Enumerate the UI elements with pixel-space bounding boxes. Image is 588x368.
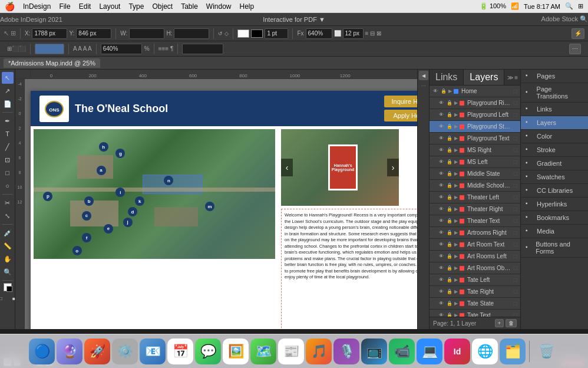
- layer-options-icon[interactable]: ⬚: [513, 242, 518, 247]
- layer-options-icon[interactable]: ⬚: [513, 136, 518, 141]
- search-icon[interactable]: 🔍: [565, 2, 573, 10]
- layer-vis-icon[interactable]: 👁: [438, 300, 445, 307]
- color-input[interactable]: [35, 44, 64, 54]
- dock-music[interactable]: 🎵: [306, 339, 332, 364]
- layer-vis-icon[interactable]: 👁: [438, 159, 445, 166]
- layer-options-icon[interactable]: ⬚: [513, 254, 518, 259]
- layer-item[interactable]: 👁 🔒 ▶ Tate Left ⬚: [430, 274, 520, 286]
- layer-vis-icon[interactable]: 👁: [438, 194, 445, 201]
- dock-finder[interactable]: 🔵: [29, 339, 55, 364]
- layer-options-icon[interactable]: ⬚: [513, 206, 518, 212]
- fill-swatch[interactable]: [237, 29, 249, 38]
- dock-podcasts[interactable]: 🎙️: [333, 339, 359, 364]
- layer-vis-icon[interactable]: 👁: [438, 241, 445, 248]
- panel-buttons-and-forms[interactable]: ▪ Buttons and Forms: [521, 238, 588, 258]
- layer-item[interactable]: 👁 🔒 ▶ Artrooms Right ⬚: [430, 227, 520, 239]
- dock-tv[interactable]: 📺: [361, 339, 387, 364]
- layer-expand-arrow[interactable]: ▶: [454, 313, 458, 317]
- layer-vis-icon[interactable]: 👁: [438, 182, 445, 189]
- selection-tool[interactable]: ↖: [2, 72, 14, 84]
- panel-bookmarks[interactable]: ▪ Bookmarks: [521, 211, 588, 225]
- panel-hyperlinks[interactable]: ▪ Hyperlinks: [521, 198, 588, 211]
- menu-table[interactable]: Table: [177, 2, 201, 11]
- layer-vis-icon[interactable]: 👁: [438, 147, 445, 154]
- layer-expand-arrow[interactable]: ▶: [454, 242, 458, 247]
- slideshow-next[interactable]: ›: [387, 159, 399, 176]
- layer-options-icon[interactable]: ⬚: [513, 147, 518, 153]
- layer-expand-arrow[interactable]: ▶: [454, 112, 458, 117]
- slideshow-prev[interactable]: ‹: [281, 159, 293, 176]
- scissors-tool[interactable]: ✂: [2, 197, 14, 209]
- rect-tool[interactable]: □: [2, 167, 14, 179]
- delete-layer-btn[interactable]: 🗑: [506, 319, 517, 327]
- layer-item[interactable]: 👁 🔒 ▶ Playground Text ⬚: [430, 133, 520, 144]
- layer-options-icon[interactable]: ⬚: [513, 112, 518, 117]
- layer-expand-arrow[interactable]: ▶: [454, 159, 458, 165]
- layers-list[interactable]: 👁 🔒 ▶ Home ⬚ 👁 🔒 ▶ Playground Right ⬚ 👁 …: [430, 86, 520, 317]
- layer-options-icon[interactable]: ⬚: [513, 159, 518, 165]
- dock-calendar[interactable]: 📅: [167, 339, 193, 364]
- layer-expand-arrow[interactable]: ▶: [454, 183, 458, 188]
- menu-type[interactable]: Type: [125, 2, 147, 11]
- menu-edit[interactable]: Edit: [75, 2, 95, 11]
- document-tab[interactable]: *Admissions Map.indd @ 25%: [4, 58, 100, 68]
- collapse-btn[interactable]: ◀: [419, 71, 428, 80]
- layer-options-icon[interactable]: ⬚: [513, 195, 518, 200]
- font-size-input[interactable]: [343, 28, 364, 39]
- layer-item[interactable]: 👁 🔒 ▶ Theater Left ⬚: [430, 192, 520, 203]
- measure-tool[interactable]: 📏: [2, 240, 14, 252]
- lightning-btn[interactable]: ⚡: [572, 28, 584, 39]
- layer-options-icon[interactable]: ⬚: [513, 313, 518, 317]
- tab-links[interactable]: Links: [430, 70, 464, 85]
- menu-indesign[interactable]: InDesign: [19, 2, 54, 11]
- menu-layout[interactable]: Layout: [95, 2, 124, 11]
- panel-page-transitions[interactable]: ▪ Page Transitions: [521, 83, 588, 103]
- para-style-input[interactable]: [182, 44, 223, 54]
- layer-item[interactable]: 👁 🔒 ▶ MS Left ⬚: [430, 156, 520, 168]
- layer-expand-arrow[interactable]: ▶: [454, 195, 458, 200]
- direct-selection-tool[interactable]: ↗: [2, 85, 14, 97]
- layer-options-icon[interactable]: ⬚: [513, 289, 518, 294]
- menu-file[interactable]: File: [55, 2, 74, 11]
- layer-options-icon[interactable]: ⬚: [513, 277, 518, 282]
- dock-launchpad[interactable]: 🚀: [84, 339, 110, 364]
- dock-indesign[interactable]: Id: [444, 339, 470, 364]
- zoom-input[interactable]: [306, 28, 332, 39]
- more-btn[interactable]: ⋯: [419, 81, 428, 90]
- fill-box[interactable]: [4, 283, 12, 291]
- dock-zoom[interactable]: 💻: [417, 339, 442, 364]
- layer-expand-arrow[interactable]: ▶: [454, 136, 458, 141]
- layer-expand-arrow[interactable]: ▶: [454, 147, 458, 153]
- layer-item[interactable]: 👁 🔒 ▶ Art Rooms Left ⬚: [430, 251, 520, 262]
- layer-vis-icon[interactable]: 👁: [438, 265, 445, 272]
- y-input[interactable]: [76, 28, 111, 39]
- dock-facetime[interactable]: 📹: [389, 339, 415, 364]
- layer-item[interactable]: 👁 🔒 ▶ Playground Right ⬚: [430, 97, 520, 109]
- layer-vis-icon[interactable]: 👁: [438, 218, 445, 225]
- dock-system-prefs[interactable]: ⚙️: [112, 339, 138, 364]
- layer-vis-icon[interactable]: 👁: [438, 229, 445, 236]
- page-tool[interactable]: 📄: [2, 98, 14, 110]
- eye-dropper-tool[interactable]: 💉: [2, 227, 14, 239]
- hand-tool[interactable]: ✋: [2, 253, 14, 265]
- inquire-btn[interactable]: Inquire Here: [384, 96, 417, 107]
- menu-object[interactable]: Object: [148, 2, 176, 11]
- panel-menu-btn[interactable]: ≫: [507, 74, 513, 81]
- style-input[interactable]: [101, 44, 142, 54]
- layer-vis-icon[interactable]: 👁: [438, 288, 445, 295]
- layer-expand-arrow[interactable]: ▶: [454, 289, 458, 294]
- layer-vis-icon[interactable]: 👁: [438, 170, 445, 178]
- panel-gradient[interactable]: ▪ Gradient: [521, 157, 588, 170]
- interactive-mode[interactable]: Interactive for PDF ▼: [263, 16, 325, 23]
- layer-expand-arrow[interactable]: ▶: [454, 277, 458, 282]
- apply-btn[interactable]: Apply Here: [384, 110, 417, 121]
- dock-siri[interactable]: 🔮: [57, 339, 82, 364]
- layer-vis-icon[interactable]: 👁: [438, 277, 445, 284]
- x-input[interactable]: [32, 28, 67, 39]
- layer-expand-arrow[interactable]: ▶: [454, 171, 458, 176]
- layer-item[interactable]: 👁 🔒 ▶ Playground State ⬚: [430, 121, 520, 133]
- apple-menu[interactable]: 🍎: [5, 2, 15, 11]
- panel-links[interactable]: ▪ Links: [521, 103, 588, 116]
- w-input[interactable]: [129, 28, 164, 39]
- layer-expand-arrow[interactable]: ▶: [454, 218, 458, 224]
